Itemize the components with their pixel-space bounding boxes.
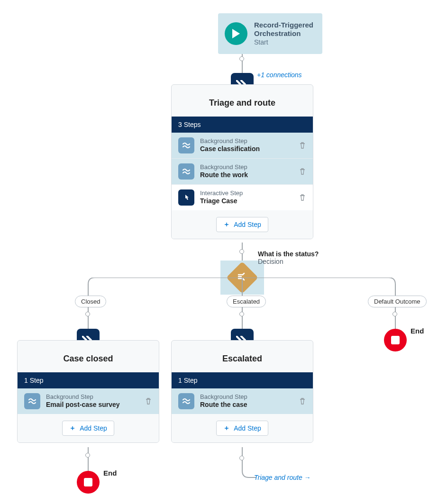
step-row[interactable]: Background Step Case classification bbox=[172, 133, 313, 158]
trash-icon[interactable] bbox=[299, 194, 306, 201]
step-row[interactable]: Background Step Email post-case survey bbox=[18, 388, 159, 414]
decision-question: What is the status? bbox=[258, 250, 319, 258]
background-step-icon bbox=[178, 137, 194, 153]
plus-icon: ＋ bbox=[223, 424, 230, 432]
connector-dot[interactable] bbox=[85, 453, 90, 458]
step-kind: Background Step bbox=[46, 393, 139, 401]
stage-triage-steps-count: 3 Steps bbox=[172, 117, 313, 133]
step-kind: Background Step bbox=[200, 393, 293, 401]
step-row[interactable]: Interactive Step Triage Case bbox=[172, 184, 313, 210]
stage-closed[interactable]: Case closed 1 Step Background Step Email… bbox=[17, 340, 159, 443]
step-name: Case classification bbox=[200, 145, 293, 153]
stop-icon bbox=[391, 336, 400, 344]
connector-dot[interactable] bbox=[392, 312, 397, 316]
connector-dot[interactable] bbox=[239, 249, 244, 254]
decision-type: Decision bbox=[258, 258, 319, 265]
plus-icon: ＋ bbox=[69, 424, 76, 432]
stop-icon bbox=[84, 478, 92, 486]
start-subtitle: Start bbox=[254, 38, 316, 47]
play-icon bbox=[225, 22, 247, 45]
stage-escalated-title: Escalated bbox=[172, 341, 313, 372]
start-text: Record-Triggered Orchestration Start bbox=[254, 21, 316, 47]
step-row[interactable]: Background Step Route the case bbox=[172, 388, 313, 414]
add-step-label: Add Step bbox=[234, 221, 261, 228]
step-kind: Background Step bbox=[200, 163, 293, 171]
step-name: Triage Case bbox=[200, 197, 293, 206]
outcome-default[interactable]: Default Outcome bbox=[368, 296, 427, 307]
connections-link[interactable]: +1 connections bbox=[257, 71, 302, 79]
connector-line bbox=[88, 447, 89, 471]
connector-dot[interactable] bbox=[239, 312, 244, 316]
stage-triage[interactable]: Triage and route 3 Steps Background Step… bbox=[171, 84, 313, 239]
add-step-button[interactable]: ＋ Add Step bbox=[62, 421, 114, 436]
interactive-step-icon bbox=[178, 189, 194, 206]
outcome-escalated[interactable]: Escalated bbox=[227, 296, 266, 307]
background-step-icon bbox=[178, 163, 194, 180]
step-kind: Background Step bbox=[200, 137, 293, 145]
trash-icon[interactable] bbox=[299, 142, 306, 149]
background-step-icon bbox=[178, 393, 194, 409]
end-node[interactable] bbox=[77, 471, 100, 494]
connector-line bbox=[395, 307, 396, 329]
step-kind: Interactive Step bbox=[200, 189, 293, 197]
loop-back-link[interactable]: Triage and route → bbox=[254, 474, 311, 481]
step-row[interactable]: Background Step Route the work bbox=[172, 158, 313, 184]
connector-dot[interactable] bbox=[239, 456, 244, 460]
stage-closed-steps-count: 1 Step bbox=[18, 372, 159, 388]
end-label: End bbox=[411, 327, 424, 335]
connector-dot[interactable] bbox=[239, 56, 244, 61]
plus-icon: ＋ bbox=[223, 220, 230, 229]
outcome-closed[interactable]: Closed bbox=[75, 296, 106, 307]
connector-branch bbox=[85, 278, 398, 297]
add-step-button[interactable]: ＋ Add Step bbox=[216, 421, 268, 436]
step-name: Route the work bbox=[200, 171, 293, 180]
connector-line bbox=[242, 307, 243, 329]
background-step-icon bbox=[24, 393, 40, 409]
connector-line bbox=[88, 307, 89, 329]
add-step-label: Add Step bbox=[234, 424, 261, 432]
stage-closed-title: Case closed bbox=[18, 341, 159, 372]
start-title: Record-Triggered Orchestration bbox=[254, 21, 316, 39]
start-node[interactable]: Record-Triggered Orchestration Start bbox=[218, 13, 322, 54]
trash-icon[interactable] bbox=[299, 397, 306, 405]
add-step-label: Add Step bbox=[80, 424, 107, 432]
end-node[interactable] bbox=[384, 329, 407, 351]
trash-icon[interactable] bbox=[299, 168, 306, 175]
stage-escalated[interactable]: Escalated 1 Step Background Step Route t… bbox=[171, 340, 313, 443]
step-name: Email post-case survey bbox=[46, 401, 139, 409]
connector-dot[interactable] bbox=[85, 312, 90, 316]
stage-triage-title: Triage and route bbox=[172, 85, 313, 117]
end-label: End bbox=[103, 469, 117, 477]
step-name: Route the case bbox=[200, 401, 293, 409]
trash-icon[interactable] bbox=[145, 397, 152, 405]
add-step-button[interactable]: ＋ Add Step bbox=[216, 217, 268, 232]
stage-escalated-steps-count: 1 Step bbox=[172, 372, 313, 388]
